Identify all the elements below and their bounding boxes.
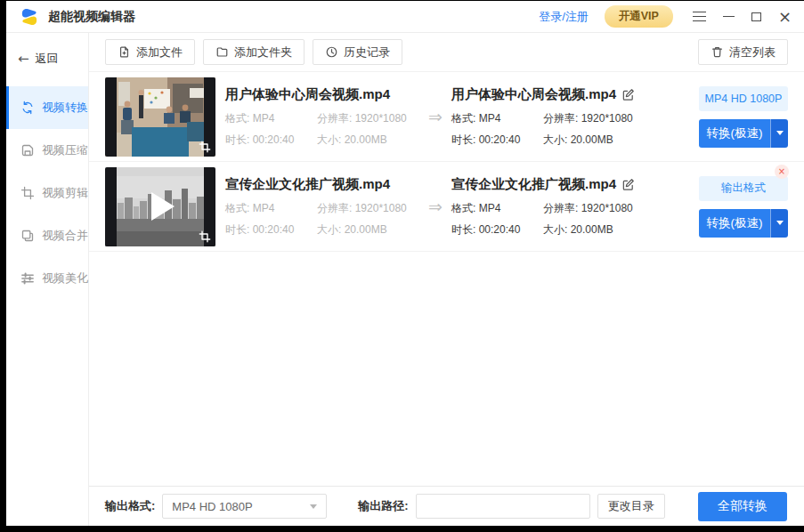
target-info: 宣传企业文化推广视频.mp4 格式: MP4 分辨率: 1920*1080 — [451, 176, 658, 238]
compress-icon — [20, 143, 35, 157]
minimize-button[interactable] — [723, 16, 735, 18]
file-plus-icon — [118, 45, 131, 59]
target-file-name: 宣传企业文化推广视频.mp4 — [451, 176, 616, 193]
file-list: 用户体验中心周会视频.mp4 格式: MP4 分辨率: 1920*1080 时长… — [89, 72, 804, 252]
video-thumbnail[interactable] — [105, 167, 215, 246]
history-button[interactable]: 历史记录 — [313, 39, 402, 65]
size-field: 大小: 20.00MB — [543, 133, 658, 148]
chevron-down-icon — [776, 131, 784, 135]
menu-icon[interactable] — [693, 12, 706, 22]
close-button[interactable]: × — [778, 12, 792, 22]
titlebar: 超能视频编辑器 登录/注册 开通VIP × — [6, 1, 804, 33]
toolbar: 添加文件 添加文件夹 历史记录 — [89, 33, 804, 72]
back-arrow-icon: ← — [18, 51, 29, 67]
target-info: 用户体验中心周会视频.mp4 格式: MP4 分辨率: 1920*1080 — [451, 86, 658, 148]
clear-list-button[interactable]: 清空列表 — [698, 39, 788, 65]
bottom-bar: 输出格式: MP4 HD 1080P 输出路径: 更改目录 全部转换 — [89, 486, 804, 526]
duration-field: 时长: 00:20:40 — [451, 222, 543, 238]
resolution-field: 分辨率: 1920*1080 — [543, 111, 658, 126]
clear-list-label: 清空列表 — [729, 44, 776, 60]
edit-name-icon[interactable] — [621, 178, 635, 191]
sidebar-item-video-beautify[interactable]: 视频美化 — [6, 257, 88, 300]
file-row: 用户体验中心周会视频.mp4 格式: MP4 分辨率: 1920*1080 时长… — [89, 72, 804, 162]
source-file-name: 宣传企业文化推广视频.mp4 — [225, 176, 419, 193]
duration-field: 时长: 00:20:40 — [225, 133, 317, 148]
empty-area — [89, 252, 804, 486]
convert-button-label: 转换(极速) — [699, 209, 770, 238]
resolution-field: 分辨率: 1920*1080 — [317, 111, 419, 126]
duration-field: 时长: 00:20:40 — [451, 133, 543, 148]
resolution-field: 分辨率: 1920*1080 — [543, 201, 658, 216]
output-format-button[interactable]: 输出格式 — [699, 176, 788, 201]
add-file-label: 添加文件 — [136, 44, 183, 60]
sidebar-item-label: 视频压缩 — [42, 142, 88, 158]
chevron-down-icon — [310, 504, 317, 509]
add-folder-label: 添加文件夹 — [234, 44, 292, 60]
add-file-button[interactable]: 添加文件 — [105, 39, 195, 65]
back-label: 返回 — [36, 51, 59, 67]
source-info: 用户体验中心周会视频.mp4 格式: MP4 分辨率: 1920*1080 时长… — [225, 86, 419, 148]
target-file-name: 用户体验中心周会视频.mp4 — [451, 86, 616, 103]
crop-overlay-icon — [199, 230, 211, 243]
source-info: 宣传企业文化推广视频.mp4 格式: MP4 分辨率: 1920*1080 时长… — [225, 176, 419, 238]
sidebar-item-label: 视频合并 — [42, 228, 88, 244]
sidebar-item-video-convert[interactable]: 视频转换 — [6, 86, 88, 129]
output-format-value: MP4 HD 1080P — [172, 500, 252, 513]
sidebar-item-label: 视频剪辑 — [42, 185, 88, 201]
convert-button[interactable]: 转换(极速) — [699, 119, 788, 148]
vip-button[interactable]: 开通VIP — [605, 5, 673, 28]
clock-icon — [325, 45, 338, 59]
sidebar-item-label: 视频转换 — [42, 100, 88, 116]
format-field: 格式: MP4 — [451, 111, 543, 126]
output-format-button[interactable]: MP4 HD 1080P — [699, 86, 788, 111]
format-field: 格式: MP4 — [225, 201, 317, 216]
maximize-button[interactable] — [751, 12, 761, 21]
output-format-select[interactable]: MP4 HD 1080P — [162, 494, 327, 519]
back-button[interactable]: ← 返回 — [6, 44, 88, 74]
format-field: 格式: MP4 — [225, 111, 317, 126]
resolution-field: 分辨率: 1920*1080 — [317, 201, 419, 216]
sidebar-item-video-merge[interactable]: 视频合并 — [6, 214, 88, 257]
merge-icon — [20, 229, 35, 243]
crop-icon — [20, 186, 35, 200]
format-field: 格式: MP4 — [451, 201, 543, 216]
output-path-label: 输出路径: — [358, 498, 408, 514]
convert-dropdown-button[interactable] — [770, 209, 788, 238]
edit-name-icon[interactable] — [621, 88, 635, 101]
chevron-down-icon — [776, 221, 784, 225]
sliders-icon — [20, 271, 35, 286]
transfer-arrow-icon: ⇒ — [419, 107, 451, 126]
convert-button[interactable]: 转换(极速) — [699, 209, 788, 238]
convert-button-label: 转换(极速) — [699, 119, 770, 148]
output-format-label: 输出格式: — [105, 498, 155, 514]
sidebar-item-video-compress[interactable]: 视频压缩 — [6, 129, 88, 172]
app-title: 超能视频编辑器 — [48, 9, 135, 25]
remove-file-button[interactable]: × — [775, 165, 789, 179]
size-field: 大小: 20.00MB — [543, 222, 658, 238]
sidebar-item-video-clip[interactable]: 视频剪辑 — [6, 172, 88, 214]
duration-field: 时长: 00:20:40 — [225, 222, 317, 238]
source-file-name: 用户体验中心周会视频.mp4 — [225, 86, 419, 103]
change-directory-button[interactable]: 更改目录 — [597, 494, 665, 519]
output-path-input[interactable] — [416, 494, 590, 519]
convert-dropdown-button[interactable] — [770, 119, 788, 148]
transfer-arrow-icon: ⇒ — [419, 197, 451, 216]
file-row: × — [89, 162, 804, 252]
video-thumbnail[interactable] — [105, 77, 215, 157]
sidebar-item-label: 视频美化 — [42, 270, 88, 286]
crop-overlay-icon — [199, 141, 211, 153]
app-window: 超能视频编辑器 登录/注册 开通VIP × ← 返回 — [6, 1, 804, 526]
convert-icon — [20, 101, 35, 115]
size-field: 大小: 20.00MB — [317, 222, 419, 238]
size-field: 大小: 20.00MB — [317, 133, 419, 148]
history-label: 历史记录 — [344, 44, 390, 60]
folder-icon — [215, 45, 229, 59]
add-folder-button[interactable]: 添加文件夹 — [203, 39, 305, 65]
trash-icon — [711, 45, 724, 59]
convert-all-button[interactable]: 全部转换 — [698, 492, 787, 521]
app-logo-icon — [19, 6, 40, 28]
login-register-link[interactable]: 登录/注册 — [539, 9, 589, 25]
sidebar: ← 返回 视频转换 视频压缩 — [6, 33, 89, 526]
